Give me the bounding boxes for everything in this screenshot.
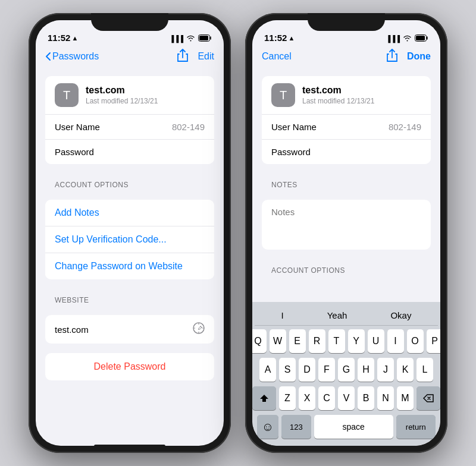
key-b[interactable]: B [358, 386, 374, 410]
key-i[interactable]: I [387, 329, 404, 353]
suggestion-yeah[interactable]: Yeah [322, 309, 352, 322]
site-subtitle-1: Last modified 12/13/21 [86, 97, 158, 105]
add-notes-link[interactable]: Add Notes [55, 207, 99, 218]
key-x[interactable]: X [299, 386, 315, 410]
username-label-2: User Name [271, 122, 389, 132]
backspace-key[interactable] [416, 386, 440, 410]
nav-bar-1: Passwords Edit [36, 46, 224, 69]
account-options-label-1: ACCOUNT OPTIONS [36, 171, 224, 193]
username-value-2: 802-149 [389, 122, 421, 132]
location-icon-2: ▲ [288, 34, 295, 42]
setup-code-link-1[interactable]: Set Up Verification Code... [55, 234, 167, 245]
battery-icon-1 [198, 34, 212, 43]
website-row-1[interactable]: test.com [45, 315, 214, 344]
key-k[interactable]: K [397, 358, 414, 382]
nav-bar-2: Cancel Done [252, 46, 440, 69]
key-y[interactable]: Y [348, 329, 365, 353]
notch-1 [91, 13, 168, 31]
back-button-1[interactable]: Passwords [45, 51, 99, 62]
back-label-1: Passwords [52, 51, 99, 62]
signal-icon-2: ▐▐▐ [386, 35, 400, 42]
keyboard-suggestions: I Yeah Okay [255, 307, 438, 326]
password-label-1: Password [55, 147, 205, 157]
key-e[interactable]: E [289, 329, 306, 353]
screen-2: 11:52 ▲ ▐▐▐ [252, 20, 440, 446]
setup-code-row-1[interactable]: Set Up Verification Code... [45, 226, 214, 253]
emoji-key[interactable]: ☺ [257, 415, 278, 439]
password-label-2: Password [271, 147, 421, 157]
nav-actions-2: Done [387, 49, 431, 64]
key-l[interactable]: L [416, 358, 433, 382]
site-title-1: test.com [86, 85, 158, 96]
status-time-2: 11:52 ▲ [264, 33, 295, 43]
website-label-1: WEBSITE [36, 286, 224, 308]
space-key[interactable]: space [314, 415, 393, 439]
add-notes-row[interactable]: Add Notes [45, 200, 214, 226]
key-d[interactable]: D [299, 358, 315, 382]
key-h[interactable]: H [358, 358, 374, 382]
keyboard-row-3: Z X C V B N M [255, 386, 438, 410]
screen-content-2: T test.com Last modified 12/13/21 User N… [252, 69, 440, 276]
site-info-2: test.com Last modified 12/13/21 [302, 85, 374, 105]
screen-1: 11:52 ▲ ▐▐▐ [36, 20, 224, 446]
edit-button-1[interactable]: Edit [198, 51, 214, 62]
delete-button-1[interactable]: Delete Password [45, 353, 214, 380]
key-j[interactable]: J [377, 358, 394, 382]
signal-icon-1: ▐▐▐ [170, 35, 183, 42]
svg-rect-1 [199, 36, 208, 40]
status-icons-2: ▐▐▐ [386, 34, 428, 43]
key-q[interactable]: Q [252, 329, 267, 353]
share-icon-1[interactable] [177, 49, 188, 64]
notch-2 [308, 13, 385, 31]
key-n[interactable]: N [377, 386, 394, 410]
key-w[interactable]: W [270, 329, 286, 353]
website-url-1: test.com [55, 325, 89, 335]
key-u[interactable]: U [368, 329, 384, 353]
delete-card-1[interactable]: Delete Password [45, 353, 214, 380]
key-s[interactable]: S [279, 358, 296, 382]
key-a[interactable]: A [259, 358, 276, 382]
key-c[interactable]: C [318, 386, 335, 410]
keyboard: I Yeah Okay Q W E R T Y U I O P A S [252, 302, 440, 446]
key-r[interactable]: R [309, 329, 325, 353]
key-z[interactable]: Z [279, 386, 296, 410]
key-f[interactable]: F [318, 358, 335, 382]
change-password-link-1[interactable]: Change Password on Website [55, 261, 183, 272]
wifi-icon-2 [403, 35, 412, 43]
site-icon-2: T [271, 83, 295, 107]
cancel-button-2[interactable]: Cancel [262, 51, 292, 62]
change-password-row-1[interactable]: Change Password on Website [45, 253, 214, 279]
numbers-key[interactable]: 123 [281, 415, 311, 439]
site-subtitle-2: Last modified 12/13/21 [302, 97, 374, 105]
battery-icon-2 [415, 34, 428, 43]
card-header-2: T test.com Last modified 12/13/21 [262, 76, 431, 115]
key-g[interactable]: G [338, 358, 355, 382]
svg-rect-4 [416, 36, 425, 40]
password-row-1[interactable]: Password [45, 140, 214, 164]
key-p[interactable]: P [427, 329, 441, 353]
suggestion-i[interactable]: I [277, 309, 289, 322]
key-v[interactable]: V [338, 386, 355, 410]
key-m[interactable]: M [397, 386, 414, 410]
suggestion-okay[interactable]: Okay [386, 309, 416, 322]
keyboard-row-2: A S D F G H J K L [255, 358, 438, 382]
notes-input[interactable] [262, 200, 431, 247]
password-row-2[interactable]: Password [262, 140, 431, 164]
key-o[interactable]: O [407, 329, 424, 353]
shift-key[interactable] [252, 386, 276, 410]
site-icon-1: T [55, 83, 79, 107]
username-row-2[interactable]: User Name 802-149 [262, 115, 431, 140]
home-indicator-1 [94, 445, 165, 446]
status-time-1: 11:52 ▲ [48, 33, 78, 43]
share-icon-2[interactable] [387, 49, 397, 64]
site-info-1: test.com Last modified 12/13/21 [86, 85, 158, 105]
username-row-1[interactable]: User Name 802-149 [45, 115, 214, 140]
key-t[interactable]: T [328, 329, 345, 353]
notes-card [262, 200, 431, 250]
done-button-2[interactable]: Done [407, 51, 431, 62]
account-options-label-2: ACCOUNT OPTIONS [252, 257, 440, 276]
notes-section-label: NOTES [252, 171, 440, 193]
return-key[interactable]: return [396, 415, 436, 439]
site-card-2: T test.com Last modified 12/13/21 User N… [262, 76, 431, 164]
phone-1: 11:52 ▲ ▐▐▐ [29, 13, 231, 453]
